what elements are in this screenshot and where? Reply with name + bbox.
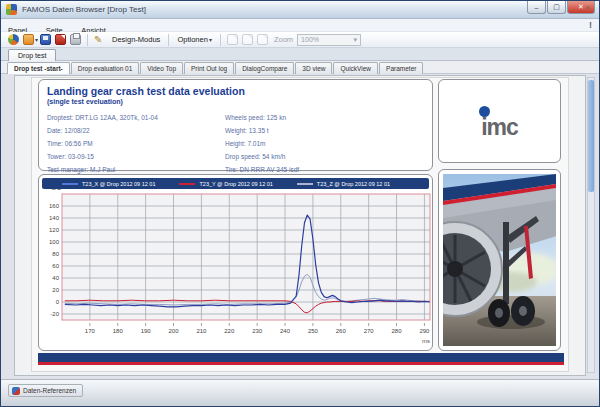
legend-item: T23_Y @ Drop 2012 09 12 01: [179, 181, 272, 187]
options-dropdown-icon: ▾: [209, 37, 212, 43]
toolbar-separator: [87, 34, 88, 46]
svg-text:270: 270: [364, 328, 375, 334]
zoom-combobox[interactable]: 100% ▾: [297, 34, 361, 46]
legend-item: T23_X @ Drop 2012 09 12 01: [62, 181, 155, 187]
app-window: FAMOS Daten Browser [Drop Test] – ▢ ✕ Pa…: [0, 0, 600, 407]
new-page-icon[interactable]: [227, 34, 238, 45]
delete-page-icon[interactable]: [257, 34, 268, 45]
svg-text:260: 260: [336, 328, 347, 334]
zoom-dropdown-icon[interactable]: ▾: [354, 36, 358, 44]
save-icon[interactable]: [40, 34, 51, 45]
toolbar-separator: [168, 34, 169, 46]
window-title: FAMOS Daten Browser [Drop Test]: [22, 5, 146, 14]
print-icon[interactable]: [70, 34, 81, 45]
legend-label: T23_Y @ Drop 2012 09 12 01: [199, 181, 272, 187]
acceleration-chart: 160140120100806040200-201701801902002102…: [39, 184, 433, 351]
daten-referenzen-button[interactable]: Daten-Referenzen: [8, 384, 83, 397]
svg-text:170: 170: [85, 328, 96, 334]
test-info-box: Landing gear crash test data eveluation …: [38, 79, 433, 171]
svg-text:200: 200: [169, 328, 180, 334]
svg-text:220: 220: [224, 328, 235, 334]
main-tab-row: Drop test: [1, 48, 599, 61]
daten-referenzen-icon: [12, 387, 20, 395]
report-title: Landing gear crash test data eveluation: [47, 85, 424, 97]
svg-text:ms: ms: [422, 338, 430, 344]
svg-text:290: 290: [419, 328, 430, 334]
legend-swatch: [62, 183, 78, 185]
export-pdf-icon[interactable]: [55, 34, 66, 45]
svg-text:100: 100: [49, 239, 60, 245]
report-subtitle: (single test eveluation): [47, 98, 424, 105]
close-button[interactable]: ✕: [567, 1, 595, 14]
report-fields-left: Droptest: DRT.LG 12AA, 320Tk, 01-04Date:…: [47, 111, 223, 176]
subtab-quickview[interactable]: QuickView: [333, 62, 378, 74]
svg-text:230: 230: [252, 328, 263, 334]
toolbar: ▾ ✎ Design-Modus Optionen ▾ Zoom 100% ▾: [1, 32, 599, 48]
copy-page-icon[interactable]: [242, 34, 253, 45]
svg-text:160: 160: [49, 203, 60, 209]
report-field: Height: 7.01m: [225, 137, 425, 150]
zoom-value: 100%: [301, 36, 319, 43]
svg-text:80: 80: [52, 251, 59, 257]
zoom-label: Zoom: [274, 35, 293, 44]
legend-label: T23_X @ Drop 2012 09 12 01: [82, 181, 155, 187]
svg-text:20: 20: [52, 287, 59, 293]
svg-text:190: 190: [141, 328, 152, 334]
svg-text:250: 250: [308, 328, 319, 334]
legend-item: T23_Z @ Drop 2012 09 12 01: [297, 181, 390, 187]
svg-text:280: 280: [392, 328, 403, 334]
app-icon: [6, 4, 17, 15]
report-field: Date: 12/08/22: [47, 124, 223, 137]
svg-text:40: 40: [52, 275, 59, 281]
imc-logo-box: imc: [438, 79, 561, 163]
subtab-3d-view[interactable]: 3D view: [295, 62, 332, 74]
report-field: Drop speed: 54 km/h: [225, 150, 425, 163]
menu-bar: Panel Seite Ansicht !: [1, 19, 599, 32]
legend-swatch: [179, 183, 195, 185]
status-bar: Daten-Referenzen: [1, 379, 599, 406]
design-mode-button[interactable]: Design-Modus: [112, 35, 160, 44]
svg-text:240: 240: [280, 328, 291, 334]
subtab-parameter[interactable]: Parameter: [379, 62, 423, 74]
svg-text:0: 0: [56, 299, 60, 305]
report-field: Wheels peed: 125 kn: [225, 111, 425, 124]
svg-text:60: 60: [52, 263, 59, 269]
open-dropdown-icon[interactable]: ▾: [35, 36, 38, 43]
subtab-video-top[interactable]: Video Top: [140, 62, 183, 74]
report-field: Tower: 03-09-15: [47, 150, 223, 163]
legend-swatch: [297, 183, 313, 185]
scrollbar-thumb[interactable]: [588, 80, 594, 192]
subtab-print-out-log[interactable]: Print Out log: [184, 62, 234, 74]
imc-logo-dot-icon: [479, 106, 490, 117]
toolbar-overflow-icon[interactable]: !: [589, 20, 592, 30]
minimize-button[interactable]: –: [527, 1, 546, 14]
title-bar: FAMOS Daten Browser [Drop Test] – ▢ ✕: [1, 1, 599, 19]
svg-text:180: 180: [113, 328, 124, 334]
maximize-button[interactable]: ▢: [547, 1, 566, 14]
tab-close-icon[interactable]: ×: [585, 3, 590, 12]
design-mode-pencil-icon[interactable]: ✎: [94, 34, 106, 46]
chart-box: T23_X @ Drop 2012 09 12 01T23_Y @ Drop 2…: [38, 174, 433, 351]
landing-gear-photo: [438, 169, 561, 351]
legend-label: T23_Z @ Drop 2012 09 12 01: [317, 181, 390, 187]
options-button[interactable]: Optionen ▾: [177, 35, 212, 44]
landing-gear-photo-image: [443, 174, 556, 346]
subtab-dialogcompare[interactable]: DialogCompare: [235, 62, 294, 74]
imc-logo-text: imc: [481, 118, 518, 136]
open-icon[interactable]: [23, 34, 34, 45]
vertical-scrollbar[interactable]: [587, 77, 595, 373]
toolbar-separator: [220, 34, 221, 46]
report-field: Droptest: DRT.LG 12AA, 320Tk, 01-04: [47, 111, 223, 124]
footer-accent-bar: [38, 353, 564, 362]
svg-text:120: 120: [49, 227, 60, 233]
subtab-drop-evaluation-01[interactable]: Drop evaluation 01: [71, 62, 140, 74]
svg-text:140: 140: [49, 215, 60, 221]
sub-tab-row: Drop test -start-Drop evaluation 01Video…: [1, 61, 599, 74]
tab-drop-test[interactable]: Drop test: [8, 49, 56, 61]
chart-legend: T23_X @ Drop 2012 09 12 01T23_Y @ Drop 2…: [42, 178, 429, 189]
famos-panel-icon[interactable]: [8, 34, 19, 45]
subtab-drop-test-start-[interactable]: Drop test -start-: [7, 62, 70, 74]
svg-text:210: 210: [196, 328, 207, 334]
report-fields-right: Wheels peed: 125 knWeight: 13.35 tHeight…: [225, 111, 425, 176]
content-area: Landing gear crash test data eveluation …: [1, 74, 599, 379]
